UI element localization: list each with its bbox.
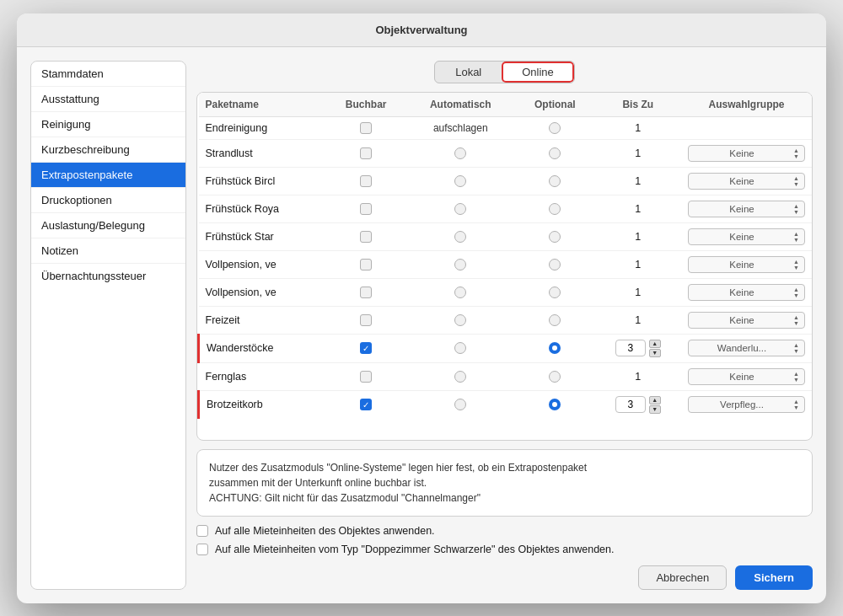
radio-optional-unchecked[interactable] bbox=[549, 259, 561, 271]
cell-auswahlgruppe[interactable]: Keine ▲▼ bbox=[681, 250, 812, 278]
stepper-input[interactable] bbox=[615, 340, 646, 356]
checkbox-unchecked[interactable] bbox=[360, 147, 372, 159]
radio-optional-unchecked[interactable] bbox=[549, 314, 561, 326]
cell-optional[interactable] bbox=[515, 116, 595, 139]
sidebar-item-kurzbeschreibung[interactable]: Kurzbeschreibung bbox=[31, 137, 185, 163]
cell-buchbar[interactable]: ✓ bbox=[326, 390, 406, 419]
cell-auswahlgruppe[interactable]: Keine ▲▼ bbox=[681, 362, 812, 390]
checkbox-apply-all[interactable] bbox=[196, 525, 208, 537]
cell-auswahlgruppe[interactable]: Keine ▲▼ bbox=[681, 195, 812, 222]
cell-optional[interactable] bbox=[515, 334, 595, 362]
sidebar-item-stammdaten[interactable]: Stammdaten bbox=[31, 62, 185, 87]
cell-buchbar[interactable] bbox=[326, 306, 406, 334]
cell-buchbar[interactable] bbox=[326, 139, 406, 167]
save-button[interactable]: Sichern bbox=[735, 565, 813, 590]
cell-optional[interactable] bbox=[515, 278, 595, 306]
sidebar-item-notizen[interactable]: Notizen bbox=[31, 238, 185, 264]
cell-buchbar[interactable] bbox=[326, 116, 406, 139]
cell-auswahlgruppe[interactable]: Keine ▲▼ bbox=[681, 222, 812, 250]
cell-optional[interactable] bbox=[515, 362, 595, 390]
cell-auswahlgruppe[interactable]: Wanderlu... ▲▼ bbox=[681, 334, 812, 362]
radio-automatisch[interactable] bbox=[454, 259, 466, 271]
radio-automatisch[interactable] bbox=[454, 287, 466, 298]
sidebar-item-druckoptionen[interactable]: Druckoptionen bbox=[31, 188, 185, 213]
cell-buchbar[interactable] bbox=[326, 222, 406, 250]
radio-automatisch[interactable] bbox=[454, 147, 466, 159]
cell-buchbar[interactable] bbox=[326, 167, 406, 195]
cell-optional[interactable] bbox=[515, 139, 595, 167]
cell-buchbar[interactable] bbox=[326, 362, 406, 390]
dropdown-auswahlgruppe[interactable]: Keine ▲▼ bbox=[688, 312, 805, 329]
radio-automatisch[interactable] bbox=[454, 399, 466, 410]
tab-lokal[interactable]: Lokal bbox=[435, 62, 502, 83]
radio-optional-unchecked[interactable] bbox=[549, 122, 561, 134]
checkbox-unchecked[interactable] bbox=[360, 231, 372, 243]
table-scroll[interactable]: Paketname Buchbar Automatisch Optional B… bbox=[197, 93, 812, 419]
radio-optional-unchecked[interactable] bbox=[549, 147, 561, 159]
checkbox-unchecked[interactable] bbox=[360, 371, 372, 383]
radio-optional-checked[interactable] bbox=[549, 399, 561, 410]
cell-auswahlgruppe[interactable]: Keine ▲▼ bbox=[681, 139, 812, 167]
checkbox-unchecked[interactable] bbox=[360, 259, 372, 271]
checkbox-apply-type[interactable] bbox=[196, 544, 208, 555]
cell-auswahlgruppe[interactable]: Keine ▲▼ bbox=[681, 306, 812, 334]
dropdown-auswahlgruppe[interactable]: Keine ▲▼ bbox=[688, 284, 805, 301]
checkbox-unchecked[interactable] bbox=[360, 122, 372, 134]
radio-optional-unchecked[interactable] bbox=[549, 287, 561, 298]
cell-auswahlgruppe[interactable]: Keine ▲▼ bbox=[681, 167, 812, 195]
radio-automatisch[interactable] bbox=[454, 203, 466, 215]
dropdown-auswahlgruppe[interactable]: Verpfleg... ▲▼ bbox=[688, 396, 805, 413]
dropdown-auswahlgruppe[interactable]: Wanderlu... ▲▼ bbox=[688, 340, 805, 356]
sidebar-item-reinigung[interactable]: Reinigung bbox=[31, 112, 185, 137]
radio-optional-unchecked[interactable] bbox=[549, 371, 561, 383]
tab-online[interactable]: Online bbox=[502, 62, 574, 83]
cell-buchbar[interactable] bbox=[326, 278, 406, 306]
checkbox-checked[interactable]: ✓ bbox=[360, 399, 372, 410]
stepper-down[interactable]: ▼ bbox=[649, 405, 661, 414]
radio-optional-unchecked[interactable] bbox=[549, 231, 561, 243]
cell-buchbar[interactable]: ✓ bbox=[326, 334, 406, 362]
radio-automatisch[interactable] bbox=[454, 314, 466, 326]
cell-optional[interactable] bbox=[515, 306, 595, 334]
dropdown-auswahlgruppe[interactable]: Keine ▲▼ bbox=[688, 228, 805, 245]
cell-buchbar[interactable] bbox=[326, 250, 406, 278]
checkbox-unchecked[interactable] bbox=[360, 314, 372, 326]
cell-optional[interactable] bbox=[515, 222, 595, 250]
radio-optional-unchecked[interactable] bbox=[549, 203, 561, 215]
cell-optional[interactable] bbox=[515, 250, 595, 278]
radio-automatisch[interactable] bbox=[454, 231, 466, 243]
checkbox-unchecked[interactable] bbox=[360, 203, 372, 215]
dropdown-auswahlgruppe[interactable]: Keine ▲▼ bbox=[688, 173, 805, 190]
stepper-down[interactable]: ▼ bbox=[649, 349, 661, 357]
cell-optional[interactable] bbox=[515, 167, 595, 195]
cell-optional[interactable] bbox=[515, 195, 595, 222]
cell-auswahlgruppe[interactable]: Verpfleg... ▲▼ bbox=[681, 390, 812, 419]
cell-biszu: ▲ ▼ bbox=[595, 390, 681, 419]
table-row: Frühstück Roya1 Keine ▲▼ bbox=[199, 195, 813, 222]
radio-optional-unchecked[interactable] bbox=[549, 175, 561, 187]
dropdown-auswahlgruppe[interactable]: Keine ▲▼ bbox=[688, 201, 805, 217]
checkbox-checked[interactable]: ✓ bbox=[360, 342, 372, 354]
radio-automatisch[interactable] bbox=[454, 342, 466, 354]
radio-optional-checked[interactable] bbox=[549, 342, 561, 354]
sidebar-item-extrapostenpakete[interactable]: Extrapostenpakete bbox=[31, 163, 185, 188]
dropdown-auswahlgruppe[interactable]: Keine ▲▼ bbox=[688, 368, 805, 385]
checkbox-unchecked[interactable] bbox=[360, 287, 372, 298]
stepper-input[interactable] bbox=[615, 396, 646, 413]
cell-auswahlgruppe[interactable] bbox=[681, 116, 812, 139]
radio-automatisch[interactable] bbox=[454, 175, 466, 187]
cancel-button[interactable]: Abbrechen bbox=[638, 565, 727, 590]
radio-automatisch[interactable] bbox=[454, 371, 466, 383]
sidebar-item-ausstattung[interactable]: Ausstattung bbox=[31, 87, 185, 112]
dropdown-value: Keine bbox=[694, 315, 790, 325]
sidebar-item-auslastung[interactable]: Auslastung/Belegung bbox=[31, 213, 185, 238]
cell-auswahlgruppe[interactable]: Keine ▲▼ bbox=[681, 278, 812, 306]
stepper-up[interactable]: ▲ bbox=[649, 396, 661, 404]
cell-buchbar[interactable] bbox=[326, 195, 406, 222]
dropdown-auswahlgruppe[interactable]: Keine ▲▼ bbox=[688, 145, 805, 162]
stepper-up[interactable]: ▲ bbox=[649, 340, 661, 348]
dropdown-auswahlgruppe[interactable]: Keine ▲▼ bbox=[688, 256, 805, 273]
sidebar-item-uebernachtungssteuer[interactable]: Übernachtungssteuer bbox=[31, 264, 185, 288]
checkbox-unchecked[interactable] bbox=[360, 175, 372, 187]
cell-optional[interactable] bbox=[515, 390, 595, 419]
